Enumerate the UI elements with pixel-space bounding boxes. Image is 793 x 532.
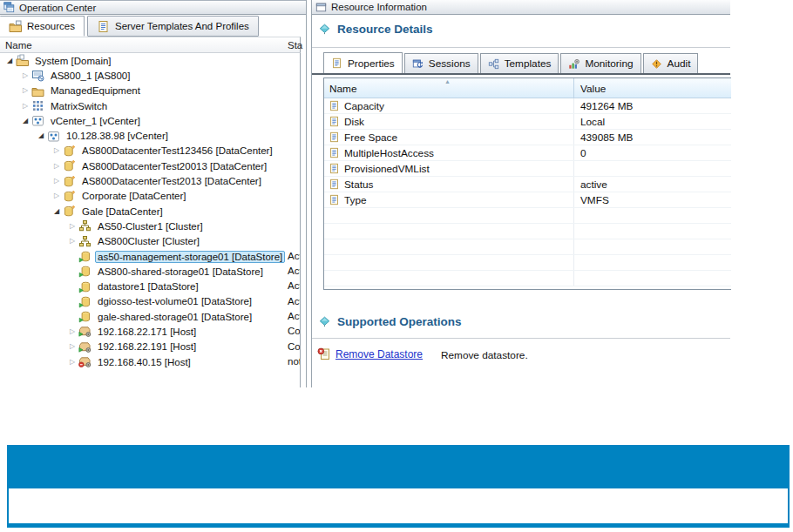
vcenter-icon <box>47 130 60 143</box>
tree-item-192-168-40-15-host[interactable]: ▷192.168.40.15 [Host]not <box>0 354 300 369</box>
expander-expanded-icon[interactable]: ◢ <box>19 115 31 127</box>
expander-collapsed-icon[interactable]: ▷ <box>51 175 63 187</box>
cluster-icon <box>78 235 92 248</box>
tree-item-as800cluster-cluster[interactable]: ▷AS800Cluster [Cluster] <box>0 234 300 249</box>
tree-item-label: AS800DatacenterTest2013 [DataCenter] <box>79 175 264 187</box>
column-header-status[interactable]: Sta <box>288 40 302 51</box>
tree-item-label: AS800_1 [AS800] <box>48 70 132 82</box>
expander-collapsed-icon[interactable]: ▷ <box>66 356 78 368</box>
tree-item-datastore1-datastore[interactable]: datastore1 [DataStore]Act <box>0 279 300 293</box>
tab-server-templates-and-profiles[interactable]: Server Templates And Profiles <box>87 16 259 37</box>
tab-resources[interactable]: Resources <box>0 16 85 37</box>
operation-center-icon <box>3 2 15 13</box>
tree-item-system-domain[interactable]: ◢System [Domain] <box>0 53 300 68</box>
column-header-name[interactable]: Name <box>5 40 32 51</box>
property-name: MultipleHostAccess <box>344 147 434 159</box>
tree-item-managedequipment[interactable]: ▷ManagedEquipment <box>0 84 300 98</box>
tree-item-as50-management-storage01-datastore[interactable]: as50-management-storage01 [DataStore]Act <box>0 249 300 264</box>
matrix-switch-icon <box>31 99 44 112</box>
expander-expanded-icon[interactable]: ◢ <box>3 55 16 67</box>
property-row-status[interactable]: Statusactive <box>324 177 731 192</box>
datastore-icon <box>78 310 92 323</box>
expander-collapsed-icon[interactable]: ▷ <box>66 326 78 338</box>
table-column-name[interactable]: Name <box>329 83 356 95</box>
remove-datastore-link[interactable]: Remove Datastore <box>336 348 423 360</box>
cluster-icon <box>78 219 92 232</box>
properties-table-header: ▲ Name Value <box>324 78 731 98</box>
expander-collapsed-icon[interactable]: ▷ <box>66 220 78 232</box>
property-doc-icon <box>329 131 340 143</box>
details-separator <box>312 47 730 48</box>
templates-icon <box>488 58 499 70</box>
tree-item-status: Act <box>288 251 301 261</box>
tree-item-gale-shared-storage01-datastore[interactable]: gale-shared-storage01 [DataStore]Act <box>0 309 300 324</box>
table-column-value[interactable]: Value <box>580 83 606 95</box>
expander-expanded-icon[interactable]: ◢ <box>35 130 47 142</box>
tree-item-as800-1-as800[interactable]: ▷AS800_1 [AS800] <box>0 68 300 83</box>
tab-templates[interactable]: Templates <box>480 53 559 73</box>
tree-item-label: 192.168.22.191 [Host] <box>95 340 199 353</box>
tab-sessions[interactable]: Sessions <box>404 53 478 73</box>
properties-table: ▲ Name Value Capacity491264 MBDiskLocalF… <box>323 77 731 290</box>
left-view-titlebar: Operation Center <box>0 0 306 15</box>
property-row-type[interactable]: TypeVMFS <box>324 192 731 208</box>
tree-item-label: as50-management-storage01 [DataStore] <box>95 251 285 263</box>
operations-separator <box>312 338 730 339</box>
datacenter-icon <box>63 159 76 172</box>
tree-item-as800datacentertest20013-datacenter[interactable]: ▷AS800DatacenterTest20013 [DataCenter] <box>0 158 300 173</box>
expander-collapsed-icon[interactable]: ▷ <box>66 340 78 353</box>
tab-monitoring[interactable]: Monitoring <box>560 53 640 73</box>
datastore-icon <box>78 265 92 278</box>
tree-item-as800-shared-storage01-datastore[interactable]: AS800-shared-storage01 [DataStore]Act <box>0 264 300 279</box>
property-row-empty <box>324 255 731 271</box>
datacenter-icon <box>63 205 76 218</box>
property-row-provisionedvmlist[interactable]: ProvisionedVMList <box>324 161 731 177</box>
properties-table-body: Capacity491264 MBDiskLocalFree Space4390… <box>324 98 731 286</box>
expander-collapsed-icon[interactable]: ▷ <box>51 145 63 157</box>
tree-item-192-168-22-191-host[interactable]: ▷192.168.22.191 [Host]Cor <box>0 340 300 354</box>
property-value: 491264 MB <box>580 100 633 112</box>
left-view-title: Operation Center <box>19 3 96 13</box>
expander-collapsed-icon[interactable]: ▷ <box>51 160 63 172</box>
tree-item-matrixswitch[interactable]: ▷MatrixSwitch <box>0 98 300 113</box>
tree-item-gale-datacenter[interactable]: ◢Gale [DataCenter] <box>0 204 300 219</box>
tree-item-status: Act <box>288 311 301 321</box>
sort-ascending-icon: ▲ <box>444 78 451 84</box>
tab-properties[interactable]: Properties <box>323 52 403 73</box>
tree-item-label: 192.168.40.15 [Host] <box>95 356 193 368</box>
tree-item-as800datacentertest123456-datacenter[interactable]: ▷AS800DatacenterTest123456 [DataCenter] <box>0 144 300 158</box>
property-doc-icon <box>329 163 340 174</box>
tree-item-as50-cluster1-cluster[interactable]: ▷AS50-Cluster1 [Cluster] <box>0 219 300 233</box>
property-value: Local <box>580 116 605 128</box>
tree-item-as800datacentertest2013-datacenter[interactable]: ▷AS800DatacenterTest2013 [DataCenter] <box>0 173 300 188</box>
host-icon <box>78 325 92 338</box>
expander-collapsed-icon[interactable]: ▷ <box>19 70 31 82</box>
property-row-empty <box>324 239 731 255</box>
right-view-title: Resource Information <box>331 2 427 12</box>
expander-expanded-icon[interactable]: ◢ <box>51 205 63 218</box>
property-doc-icon <box>329 116 340 127</box>
tree-item-label: ManagedEquipment <box>48 84 143 97</box>
tree-item-vcenter-1-vcenter[interactable]: ◢vCenter_1 [vCenter] <box>0 113 300 128</box>
tree-item-label: AS800-shared-storage01 [DataStore] <box>95 266 266 278</box>
tree-item-label: System [Domain] <box>32 55 114 67</box>
expander-collapsed-icon[interactable]: ▷ <box>51 190 63 202</box>
property-name: Status <box>344 178 373 191</box>
tree-item-corporate-datacenter[interactable]: ▷Corporate [DataCenter] <box>0 189 300 204</box>
expander-collapsed-icon[interactable]: ▷ <box>19 100 31 112</box>
bottom-banner-panel <box>7 488 790 528</box>
property-row-multiplehostaccess[interactable]: MultipleHostAccess0 <box>324 145 731 161</box>
tab-audit[interactable]: Audit <box>643 53 699 73</box>
tree-item-status: Cor <box>288 341 301 352</box>
expander-collapsed-icon[interactable]: ▷ <box>19 84 31 97</box>
tab-label: Templates <box>505 57 552 70</box>
tree-item-192-168-22-171-host[interactable]: ▷192.168.22.171 [Host]Cor <box>0 324 300 339</box>
property-row-capacity[interactable]: Capacity491264 MB <box>324 98 731 114</box>
expander-collapsed-icon[interactable]: ▷ <box>66 235 78 247</box>
remove-datastore-icon <box>317 347 330 360</box>
property-row-disk[interactable]: DiskLocal <box>324 114 731 130</box>
tree-item-dgiosso-test-volume01-datastore[interactable]: dgiosso-test-volume01 [DataStore]Act <box>0 294 300 309</box>
tree-item-10-128-38-98-vcenter[interactable]: ◢10.128.38.98 [vCenter] <box>0 128 300 143</box>
host-icon <box>78 340 92 354</box>
property-row-free-space[interactable]: Free Space439085 MB <box>324 130 731 145</box>
